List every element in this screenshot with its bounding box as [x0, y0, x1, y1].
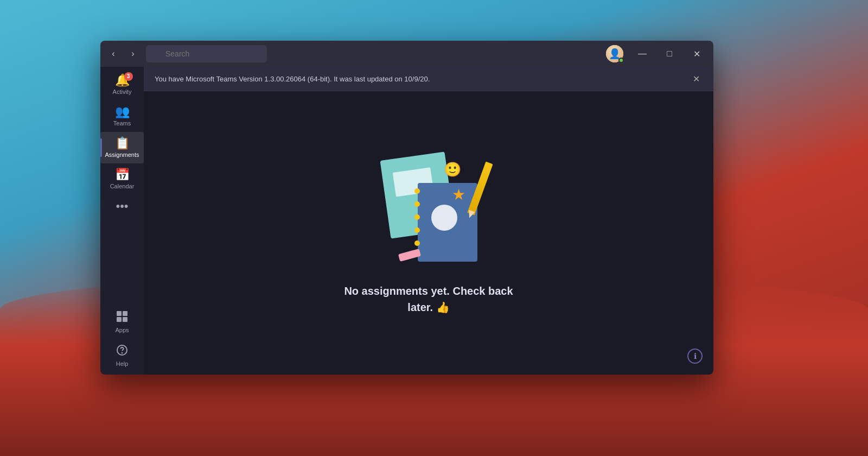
notebook-circle [431, 205, 457, 231]
dot-2 [414, 201, 420, 207]
svg-rect-2 [117, 317, 122, 322]
minimize-button[interactable]: — [630, 45, 655, 62]
main-wrapper: ★ 🙂 No assignments yet. Check back later… [144, 91, 713, 375]
svg-rect-0 [117, 311, 122, 316]
assignments-illustration: ★ 🙂 [369, 150, 488, 270]
apps-icon [116, 311, 128, 325]
app-window: ‹ › 🔍 👤 — □ ✕ 🔔 3 Acti [100, 41, 713, 375]
smiley-icon: 🙂 [444, 161, 461, 178]
forward-button[interactable]: › [124, 45, 142, 62]
info-button[interactable]: ℹ [687, 349, 703, 364]
sidebar-label-help: Help [116, 360, 129, 367]
svg-rect-1 [123, 311, 127, 316]
dot-5 [414, 240, 420, 246]
sidebar-item-more[interactable]: ••• [100, 195, 144, 218]
help-icon [116, 344, 128, 358]
dot-1 [414, 188, 420, 194]
notification-text: You have Microsoft Teams Version 1.3.00.… [155, 75, 430, 83]
dot-4 [414, 227, 420, 233]
search-input[interactable] [146, 45, 267, 62]
search-wrapper: 🔍 [146, 45, 526, 62]
app-body: 🔔 3 Activity 👥 Teams 📋 Assignments 📅 Cal… [100, 67, 713, 375]
title-bar: ‹ › 🔍 👤 — □ ✕ [100, 41, 713, 67]
sidebar-label-calendar: Calendar [110, 183, 135, 189]
assignments-icon: 📋 [115, 137, 130, 149]
sidebar-label-teams: Teams [113, 120, 131, 126]
sidebar-item-calendar[interactable]: 📅 Calendar [100, 163, 144, 195]
svg-point-5 [122, 353, 123, 353]
calendar-icon: 📅 [115, 169, 130, 181]
sidebar: 🔔 3 Activity 👥 Teams 📋 Assignments 📅 Cal… [100, 67, 144, 375]
sidebar-item-help[interactable]: Help [100, 339, 144, 372]
sidebar-label-apps: Apps [115, 327, 129, 333]
sidebar-label-activity: Activity [113, 88, 132, 95]
banner-close-button[interactable]: ✕ [690, 72, 703, 85]
back-button[interactable]: ‹ [105, 45, 122, 62]
sidebar-item-apps[interactable]: Apps [100, 305, 144, 339]
activity-badge: 3 [124, 72, 133, 81]
close-button[interactable]: ✕ [684, 45, 709, 62]
sidebar-item-activity[interactable]: 🔔 3 Activity [100, 69, 144, 100]
sidebar-item-assignments[interactable]: 📋 Assignments [100, 132, 144, 163]
empty-message-line1: No assignments yet. Check back [344, 283, 513, 299]
teams-icon: 👥 [115, 106, 130, 118]
main-content: You have Microsoft Teams Version 1.3.00.… [144, 67, 713, 375]
notification-banner: You have Microsoft Teams Version 1.3.00.… [144, 67, 713, 91]
empty-message-line2: later. 👍 [344, 299, 513, 315]
nav-buttons: ‹ › [105, 45, 142, 62]
more-icon: ••• [116, 200, 128, 212]
empty-message: No assignments yet. Check back later. 👍 [344, 283, 513, 315]
activity-icon: 🔔 3 [115, 74, 130, 86]
svg-rect-3 [123, 317, 127, 322]
sidebar-label-assignments: Assignments [105, 151, 139, 158]
avatar-status [618, 58, 624, 63]
star-icon: ★ [452, 186, 465, 204]
notebook-blue [418, 183, 477, 262]
notebook-spiral [414, 188, 420, 246]
avatar: 👤 [606, 45, 623, 62]
dot-3 [414, 214, 420, 220]
sidebar-item-teams[interactable]: 👥 Teams [100, 100, 144, 132]
title-bar-right: 👤 — □ ✕ [606, 45, 709, 62]
empty-state: ★ 🙂 No assignments yet. Check back later… [144, 91, 713, 375]
maximize-button[interactable]: □ [657, 45, 682, 62]
